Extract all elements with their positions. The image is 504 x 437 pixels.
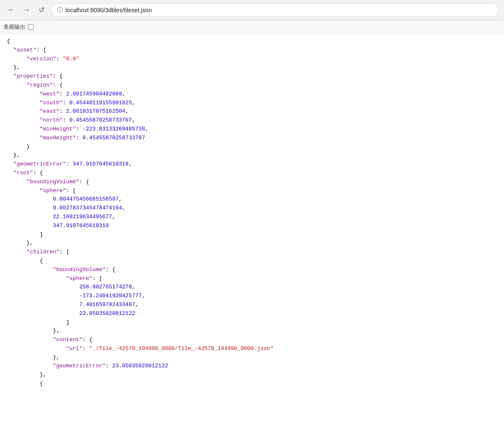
pretty-print-checkbox[interactable]	[28, 24, 34, 30]
pretty-print-label: 美观输出	[3, 23, 25, 31]
address-bar[interactable]: ⓘ localhost:8090/3dtiles/tileset.json	[51, 3, 499, 17]
json-content: { "asset": { "version": "0.0" }, "proper…	[0, 34, 504, 392]
info-icon: ⓘ	[57, 6, 63, 14]
reload-button[interactable]: ↺	[35, 4, 47, 16]
forward-button[interactable]: →	[20, 4, 32, 16]
browser-chrome: ← → ↺ ⓘ localhost:8090/3dtiles/tileset.j…	[0, 0, 504, 20]
toolbar: 美观输出	[0, 20, 504, 34]
back-button[interactable]: ←	[5, 4, 17, 16]
url-text: localhost:8090/3dtiles/tileset.json	[65, 7, 152, 14]
